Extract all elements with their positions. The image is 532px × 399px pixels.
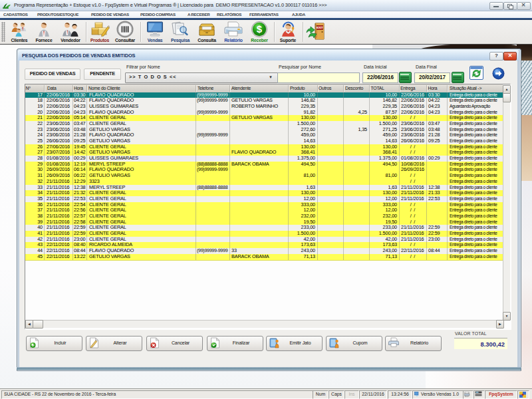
svg-text:$: $ [257,24,263,35]
svg-text:EXIT: EXIT [317,26,323,29]
